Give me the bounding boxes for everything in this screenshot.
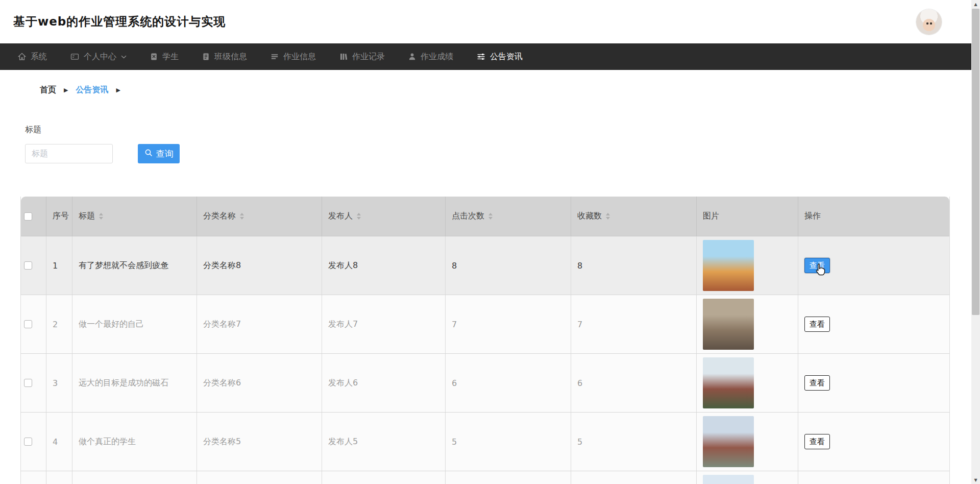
row-favorites: 6 bbox=[571, 354, 697, 412]
table-row: 3远大的目标是成功的磁石分类名称6发布人666查看 bbox=[21, 354, 949, 413]
nav-item-6[interactable]: 作业记录 bbox=[328, 43, 397, 70]
column-header-2[interactable]: 标题 bbox=[72, 197, 197, 236]
row-photo-cell bbox=[697, 413, 798, 471]
row-favorites: 8 bbox=[571, 236, 697, 295]
column-header-6[interactable]: 收藏数 bbox=[571, 197, 697, 236]
scrollbar-up-arrow[interactable]: ▲ bbox=[971, 0, 980, 8]
sort-carets-icon bbox=[606, 213, 610, 220]
scrollbar-down-arrow[interactable]: ▼ bbox=[971, 476, 980, 484]
row-checkbox-cell bbox=[21, 471, 46, 484]
column-header-4[interactable]: 发布人 bbox=[322, 197, 446, 236]
row-favorites bbox=[571, 471, 697, 484]
row-action-cell: 查看 bbox=[798, 295, 949, 353]
row-favorites: 7 bbox=[571, 295, 697, 353]
top-bar: 基于web的作业管理系统的设计与实现 bbox=[0, 0, 971, 43]
view-button[interactable]: 查看 bbox=[804, 317, 830, 332]
row-title: 远大的目标是成功的磁石 bbox=[72, 354, 197, 412]
browser-scrollbar: ▲ ▼ bbox=[971, 0, 980, 484]
row-action-cell: 查看 bbox=[798, 413, 949, 471]
nav-item-label: 公告资讯 bbox=[490, 52, 523, 62]
row-photo-cell bbox=[697, 295, 798, 353]
brick-building-photo bbox=[703, 357, 754, 408]
student-icon bbox=[150, 53, 158, 61]
person-icon bbox=[408, 53, 416, 61]
row-action-cell bbox=[798, 471, 949, 484]
nav-item-4[interactable]: 班级信息 bbox=[190, 43, 259, 70]
nav-item-label: 班级信息 bbox=[214, 52, 247, 62]
list-icon bbox=[271, 53, 279, 61]
column-header-label: 发布人 bbox=[328, 211, 353, 222]
nav-item-3[interactable]: 学生 bbox=[138, 43, 190, 70]
breadcrumb: 首页▶公告资讯▶ bbox=[40, 85, 971, 95]
school-courtyard-photo bbox=[703, 299, 754, 350]
search-button-label: 查询 bbox=[156, 148, 174, 160]
nav-item-1[interactable]: 系统 bbox=[6, 43, 59, 70]
search-button[interactable]: 查询 bbox=[138, 144, 180, 163]
nav-item-7[interactable]: 作业成绩 bbox=[397, 43, 465, 70]
row-title: 有了梦想就不会感到疲惫 bbox=[72, 236, 197, 295]
row-checkbox[interactable] bbox=[24, 320, 32, 328]
sort-carets-icon bbox=[240, 213, 244, 220]
row-number: 3 bbox=[46, 354, 72, 412]
nav-item-label: 学生 bbox=[162, 52, 179, 62]
row-clicks: 6 bbox=[446, 354, 571, 412]
document-icon bbox=[202, 53, 210, 61]
school-building-photo bbox=[703, 240, 754, 291]
user-avatar[interactable] bbox=[916, 9, 942, 35]
column-header-1: 序号 bbox=[46, 197, 72, 236]
column-header-5[interactable]: 点击次数 bbox=[446, 197, 571, 236]
scrollbar-thumb[interactable] bbox=[972, 9, 979, 315]
table-header-cell-checkbox bbox=[21, 197, 46, 236]
title-filter-input[interactable] bbox=[25, 144, 113, 163]
main-nav: 系统个人中心学生班级信息作业信息作业记录作业成绩公告资讯 bbox=[0, 43, 971, 70]
row-number: 2 bbox=[46, 295, 72, 353]
row-photo-cell bbox=[697, 471, 798, 484]
row-checkbox-cell bbox=[21, 354, 46, 412]
select-all-checkbox[interactable] bbox=[24, 212, 32, 221]
table-header-row: 序号标题分类名称发布人点击次数收藏数图片操作 bbox=[21, 197, 949, 236]
row-number: 4 bbox=[46, 413, 72, 471]
page: 基于web的作业管理系统的设计与实现 系统个人中心学生班级信息作业信息作业记录作… bbox=[0, 0, 971, 484]
nav-item-2[interactable]: 个人中心 bbox=[59, 43, 138, 70]
nav-item-label: 作业记录 bbox=[352, 52, 385, 62]
row-checkbox[interactable] bbox=[24, 261, 32, 270]
breadcrumb-item-2[interactable]: 公告资讯 bbox=[76, 85, 108, 95]
row-clicks: 7 bbox=[446, 295, 571, 353]
row-checkbox[interactable] bbox=[24, 379, 32, 387]
nav-item-8[interactable]: 公告资讯 bbox=[465, 43, 534, 70]
title-filter-label: 标题 bbox=[25, 125, 971, 135]
row-clicks: 8 bbox=[446, 236, 571, 295]
row-checkbox[interactable] bbox=[24, 438, 32, 446]
row-category: 分类名称5 bbox=[197, 413, 322, 471]
breadcrumb-arrow-icon: ▶ bbox=[64, 87, 68, 93]
view-button[interactable]: 查看 bbox=[804, 375, 830, 391]
breadcrumb-item-1[interactable]: 首页 bbox=[40, 85, 56, 95]
filter-panel: 标题 查询 bbox=[25, 125, 971, 163]
view-button[interactable]: 查看 bbox=[804, 258, 830, 273]
nav-item-label: 作业信息 bbox=[283, 52, 316, 62]
row-category bbox=[197, 471, 322, 484]
column-header-7: 图片 bbox=[697, 197, 798, 236]
column-header-label: 序号 bbox=[53, 211, 69, 222]
column-header-label: 操作 bbox=[804, 211, 821, 222]
row-publisher: 发布人7 bbox=[322, 295, 446, 353]
column-header-label: 标题 bbox=[79, 211, 95, 222]
table-row: 2做一个最好的自己分类名称7发布人777查看 bbox=[21, 295, 949, 354]
row-number: 1 bbox=[46, 236, 72, 295]
row-action-cell: 查看 bbox=[798, 354, 949, 412]
row-checkbox-cell bbox=[21, 413, 46, 471]
view-button[interactable]: 查看 bbox=[804, 434, 830, 449]
row-favorites: 5 bbox=[571, 413, 697, 471]
row-photo-cell bbox=[697, 236, 798, 295]
breadcrumb-arrow-icon: ▶ bbox=[116, 87, 120, 93]
row-category: 分类名称8 bbox=[197, 236, 322, 295]
page-title: 基于web的作业管理系统的设计与实现 bbox=[13, 14, 226, 30]
row-clicks bbox=[446, 471, 571, 484]
row-publisher bbox=[322, 471, 446, 484]
id-card-icon bbox=[70, 53, 79, 61]
row-publisher: 发布人5 bbox=[322, 413, 446, 471]
column-header-label: 图片 bbox=[703, 211, 719, 222]
nav-item-5[interactable]: 作业信息 bbox=[259, 43, 328, 70]
table-row bbox=[21, 471, 949, 484]
column-header-3[interactable]: 分类名称 bbox=[197, 197, 322, 236]
